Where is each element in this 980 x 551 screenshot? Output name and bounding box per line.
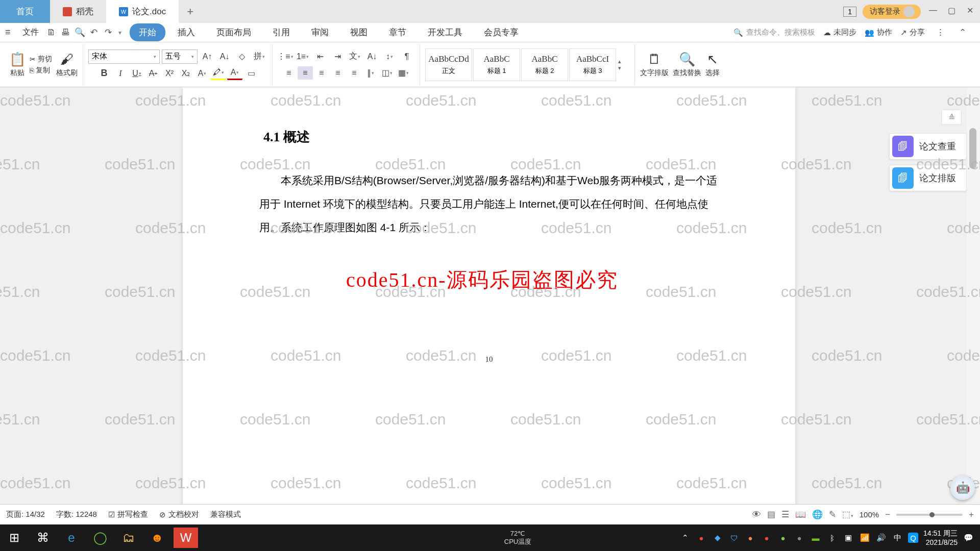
command-search[interactable]: 🔍 查找命令、搜索模板: [733, 28, 815, 37]
edit-icon[interactable]: ✎: [829, 509, 836, 520]
reading-mode-icon[interactable]: 👁: [752, 510, 761, 520]
taskview-icon[interactable]: ⌘: [29, 524, 57, 551]
tray-bluetooth-icon[interactable]: ᛒ: [826, 532, 838, 543]
align-justify-button[interactable]: ≡: [330, 66, 346, 80]
start-button[interactable]: ⊞: [0, 524, 29, 551]
phonetic-button[interactable]: 拼▾: [252, 50, 267, 63]
tray-ime-icon[interactable]: 中: [892, 532, 903, 543]
tray-chevron-icon[interactable]: ⌃: [679, 532, 691, 543]
line-spacing-button[interactable]: ‖▾: [363, 66, 378, 80]
sync-status[interactable]: ☁ 未同步: [823, 28, 856, 37]
menutab-insert[interactable]: 插入: [168, 23, 204, 41]
rail-plagiarism-check[interactable]: 🗐论文查重: [889, 133, 967, 160]
qa-preview-icon[interactable]: 🔍: [72, 27, 87, 38]
style-more-button[interactable]: ▴▾: [617, 48, 629, 81]
style-normal[interactable]: AaBbCcDd正文: [425, 48, 472, 81]
outline-icon[interactable]: ☰: [781, 509, 789, 520]
web-layout-icon[interactable]: 🌐: [812, 509, 823, 520]
bullets-button[interactable]: ⋮≡▾: [278, 50, 293, 63]
status-compat[interactable]: 兼容模式: [210, 510, 241, 519]
increase-indent-button[interactable]: ⇥: [330, 50, 345, 63]
tray-icon-7[interactable]: ●: [794, 532, 805, 543]
zoom-thumb[interactable]: [929, 512, 935, 517]
qa-redo-icon[interactable]: ↷: [101, 27, 115, 38]
subscript-button[interactable]: X₂: [178, 67, 193, 80]
menutab-view[interactable]: 视图: [341, 23, 377, 41]
align-left-button[interactable]: ≡: [281, 66, 297, 80]
numbering-button[interactable]: 1≡▾: [295, 50, 310, 63]
font-size-select[interactable]: 五号▾: [162, 49, 198, 64]
font-color-button[interactable]: A▾: [227, 67, 242, 80]
highlight-button[interactable]: 🖍▾: [211, 67, 226, 80]
tray-icon-1[interactable]: ●: [696, 532, 707, 543]
tray-volume-icon[interactable]: 🔊: [875, 532, 887, 543]
tray-cast-icon[interactable]: ▣: [843, 532, 854, 543]
align-distribute-button[interactable]: ≡: [347, 66, 362, 80]
shading-button[interactable]: ◫▾: [379, 66, 395, 80]
format-painter-button[interactable]: 🖌格式刷: [56, 52, 78, 78]
menutab-pagelayout[interactable]: 页面布局: [207, 23, 260, 41]
status-words[interactable]: 字数: 12248: [56, 510, 97, 519]
show-marks-button[interactable]: ¶: [399, 50, 414, 63]
status-spellcheck[interactable]: ☑ 拼写检查: [108, 510, 148, 519]
line-spacing-icon-button[interactable]: ↕▾: [382, 50, 397, 63]
tray-icon-6[interactable]: ●: [777, 532, 789, 543]
zoom-out-button[interactable]: −: [885, 510, 890, 520]
rail-layout[interactable]: 🗐论文排版: [889, 165, 967, 191]
cpu-temp[interactable]: 72℃CPU温度: [504, 530, 531, 546]
zoom-in-button[interactable]: +: [969, 510, 974, 520]
text-layout-button[interactable]: 🗒文字排版: [640, 52, 669, 78]
explorer-icon[interactable]: 🗂: [114, 524, 143, 551]
cut-button[interactable]: ✂ 剪切: [30, 55, 52, 64]
menutab-vip[interactable]: 会员专享: [475, 23, 528, 41]
menutab-review[interactable]: 审阅: [302, 23, 338, 41]
tray-nvidia-icon[interactable]: ▬: [810, 532, 821, 543]
qa-undo-icon[interactable]: ↶: [87, 27, 101, 38]
borders-button[interactable]: ▦▾: [396, 66, 411, 80]
select-button[interactable]: ↖选择: [705, 52, 720, 78]
qa-print-icon[interactable]: 🖶: [58, 28, 72, 38]
tray-icon-3[interactable]: 🛡: [728, 532, 740, 543]
copy-button[interactable]: ⎘ 复制: [30, 66, 52, 75]
ie-icon[interactable]: e: [57, 524, 86, 551]
status-page[interactable]: 页面: 14/32: [6, 510, 45, 519]
grow-font-button[interactable]: A↑: [200, 50, 215, 63]
zoom-value[interactable]: 100%: [860, 510, 879, 519]
hamburger-icon[interactable]: ≡: [5, 27, 17, 38]
coop-button[interactable]: 👥 协作: [865, 28, 892, 37]
tray-q-icon[interactable]: Q: [908, 533, 918, 543]
zoom-slider[interactable]: [896, 514, 963, 516]
book-icon[interactable]: 📖: [795, 509, 806, 520]
minimize-button[interactable]: —: [927, 6, 939, 18]
font-name-select[interactable]: 宋体▾: [88, 49, 160, 64]
close-button[interactable]: ✕: [964, 6, 976, 18]
style-h2[interactable]: AaBbC标题 2: [521, 48, 568, 81]
fit-width-icon[interactable]: ⬚▾: [842, 509, 853, 520]
decrease-indent-button[interactable]: ⇤: [312, 50, 328, 63]
asian-layout-button[interactable]: 文▾: [347, 50, 362, 63]
assistant-button[interactable]: 🤖: [950, 475, 975, 500]
align-center-button[interactable]: ≡: [298, 66, 313, 80]
status-proof[interactable]: ⊘ 文档校对: [159, 510, 199, 519]
window-indicator[interactable]: 1: [843, 7, 856, 17]
print-layout-icon[interactable]: ▤: [767, 509, 775, 520]
more-menu-icon[interactable]: ⋮: [933, 27, 947, 38]
align-right-button[interactable]: ≡: [314, 66, 329, 80]
style-h3[interactable]: AaBbCcI标题 3: [569, 48, 616, 81]
tab-document[interactable]: W论文.doc: [106, 0, 179, 23]
scrollbar-thumb[interactable]: [969, 128, 976, 169]
browser-icon[interactable]: ◯: [86, 524, 114, 551]
vertical-scrollbar[interactable]: [967, 87, 980, 504]
new-tab-button[interactable]: +: [179, 5, 202, 18]
tray-notifications-icon[interactable]: 💬: [963, 532, 974, 543]
paste-button[interactable]: 📋粘贴: [9, 52, 26, 78]
tray-wifi-icon[interactable]: 📶: [859, 532, 870, 543]
char-border-button[interactable]: ▭: [243, 67, 259, 80]
superscript-button[interactable]: X²: [162, 67, 177, 80]
collapse-ribbon-icon[interactable]: ⌃: [955, 27, 970, 38]
text-effects-button[interactable]: A▾: [194, 67, 210, 80]
menu-file[interactable]: 文件: [17, 27, 44, 38]
menutab-start[interactable]: 开始: [130, 23, 165, 41]
app-icon-1[interactable]: ☻: [143, 524, 172, 551]
tab-home[interactable]: 首页: [0, 0, 50, 23]
